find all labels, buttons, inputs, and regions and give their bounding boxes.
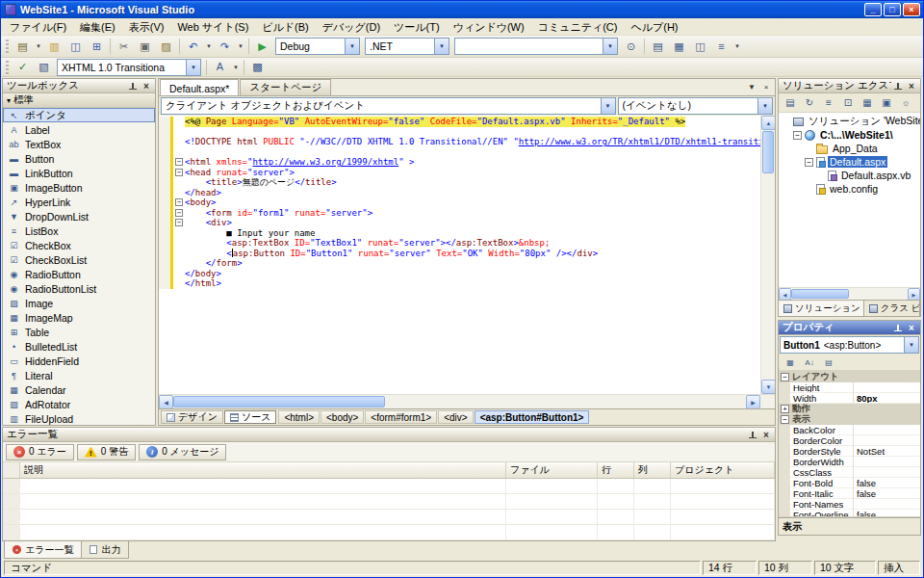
check-page-validity-icon[interactable]: ✓ bbox=[13, 58, 33, 76]
property-value[interactable] bbox=[854, 467, 920, 478]
breadcrumb-tag[interactable]: <div> bbox=[438, 410, 473, 424]
toolbox-item-bulletedlist[interactable]: •BulletedList bbox=[3, 339, 155, 354]
vertical-scroll-thumb[interactable] bbox=[762, 131, 774, 173]
menu-item-website[interactable]: Web サイト(S) bbox=[170, 19, 255, 35]
properties-object-dropdown-arrow-icon[interactable]: ▼ bbox=[904, 337, 918, 353]
error-list-pin-button[interactable] bbox=[746, 429, 759, 441]
code-line[interactable]: <title>無題のページ</title> bbox=[159, 177, 760, 188]
category-expander-icon[interactable]: − bbox=[781, 373, 789, 381]
code-line[interactable]: </form> bbox=[159, 258, 760, 269]
column-header[interactable]: プロジェクト bbox=[671, 462, 775, 478]
property-row[interactable]: Height bbox=[779, 382, 920, 393]
vertical-scrollbar[interactable]: ▲ ▼ bbox=[760, 116, 775, 394]
property-category[interactable]: +動作 bbox=[779, 404, 920, 414]
tree-item-default-aspx[interactable]: −Default.aspx bbox=[779, 155, 920, 169]
tree-item-website-root[interactable]: −C:\...\WebSite1\ bbox=[779, 128, 920, 142]
source-view-button[interactable]: ソース bbox=[224, 410, 276, 424]
collapse-region-icon[interactable]: − bbox=[175, 198, 183, 206]
toolbox-item-image[interactable]: ▨Image bbox=[3, 296, 155, 310]
aspnet-configuration-icon[interactable]: ☼ bbox=[897, 95, 914, 111]
refresh-icon[interactable]: ↻ bbox=[801, 95, 818, 111]
code-line[interactable]: −<head runat="server"> bbox=[159, 168, 760, 178]
copy-website-icon[interactable]: ▣ bbox=[878, 95, 895, 111]
toolbar-options-icon[interactable]: ▼ bbox=[732, 38, 742, 56]
toolbox-item-checkbox[interactable]: ☑CheckBox bbox=[3, 238, 155, 252]
code-area[interactable]: <%@ Page Language="VB" AutoEventWireup="… bbox=[159, 116, 760, 394]
property-value[interactable] bbox=[854, 457, 920, 467]
event-dropdown-arrow-icon[interactable]: ▼ bbox=[757, 98, 772, 114]
horizontal-scroll-thumb[interactable] bbox=[173, 396, 385, 407]
toolbox-item-radiobuttonlist[interactable]: ◉RadioButtonList bbox=[3, 281, 155, 296]
document-list-dropdown-icon[interactable]: ▼ bbox=[745, 80, 758, 93]
column-header[interactable]: 列 bbox=[634, 462, 671, 478]
code-line[interactable]: <asp:TextBox ID="TextBox1" runat="server… bbox=[159, 238, 760, 249]
code-line[interactable]: −<html xmlns="http://www.w3.org/1999/xht… bbox=[159, 157, 760, 168]
code-line[interactable]: − <form id="form1" runat="server"> bbox=[159, 208, 760, 219]
categorized-icon[interactable]: ▦ bbox=[782, 355, 799, 370]
property-row[interactable]: Font-Italicfalse bbox=[779, 488, 920, 499]
toolbox-item-linkbutton[interactable]: ▬LinkButton bbox=[3, 166, 155, 180]
copy-icon[interactable]: ▣ bbox=[135, 38, 155, 56]
solution-explorer-close-button[interactable]: × bbox=[905, 80, 918, 92]
toolbox-item-hyperlink[interactable]: ↗HyperLink bbox=[3, 195, 155, 209]
property-row[interactable]: Font-Overlinefalse bbox=[779, 510, 920, 517]
nest-related-files-icon[interactable]: ≡ bbox=[820, 95, 837, 111]
property-pages-icon[interactable]: ▤ bbox=[820, 355, 837, 370]
breadcrumb-tag[interactable]: <html> bbox=[278, 410, 320, 424]
validation-target-select[interactable]: XHTML 1.0 Transitiona▼ bbox=[57, 59, 201, 76]
code-line[interactable]: <!DOCTYPE html PUBLIC "-//W3C//DTD XHTML… bbox=[159, 137, 760, 147]
column-header[interactable]: 説明 bbox=[20, 462, 506, 478]
menu-item-help[interactable]: ヘルプ(H) bbox=[624, 19, 684, 35]
collapse-region-icon[interactable]: − bbox=[175, 219, 183, 226]
scroll-up-icon[interactable]: ▲ bbox=[761, 116, 775, 130]
toolbox-item-imagebutton[interactable]: ▣ImageButton bbox=[3, 180, 155, 195]
code-line[interactable]: −<body> bbox=[159, 197, 760, 208]
view-designer-icon[interactable]: ▦ bbox=[859, 95, 876, 111]
property-row[interactable]: Width80px bbox=[779, 393, 920, 404]
property-row[interactable]: BorderWidth bbox=[779, 457, 920, 467]
code-line[interactable]: − <div> bbox=[159, 218, 760, 228]
property-value[interactable] bbox=[854, 425, 920, 435]
debug-config-select-arrow-icon[interactable]: ▼ bbox=[345, 39, 359, 54]
property-row[interactable]: Font-Names bbox=[779, 499, 920, 510]
property-value[interactable]: NotSet bbox=[854, 446, 920, 457]
code-line[interactable]: </head> bbox=[159, 188, 760, 198]
toolbox-item-imagemap[interactable]: ▦ImageMap bbox=[3, 310, 155, 325]
toolbox-category-standard[interactable]: ▾ 標準 bbox=[3, 93, 155, 108]
scroll-left-icon[interactable]: ◀ bbox=[159, 395, 173, 409]
toolbox-item-button[interactable]: ▬Button bbox=[3, 151, 155, 166]
toolbox-item-pointer[interactable]: ↖ポインタ bbox=[3, 108, 155, 122]
toolbox-item-fileupload[interactable]: ▥FileUpload bbox=[3, 411, 155, 425]
tree-item-solution[interactable]: ソリューション 'WebSite1' (1 プロジェ bbox=[779, 115, 920, 128]
property-category[interactable]: −表示 bbox=[779, 414, 920, 425]
tree-item-web-config[interactable]: web.config bbox=[779, 182, 920, 196]
alphabetical-icon[interactable]: A↓ bbox=[801, 355, 818, 370]
tab-error-list[interactable]: ×エラー一覧 bbox=[4, 541, 82, 559]
code-line[interactable] bbox=[159, 127, 760, 138]
toolbox-close-button[interactable]: × bbox=[140, 80, 153, 92]
paste-icon[interactable]: ▨ bbox=[156, 38, 176, 56]
property-value[interactable] bbox=[854, 435, 920, 446]
collapse-region-icon[interactable]: − bbox=[175, 158, 183, 166]
property-row[interactable]: BorderColor bbox=[779, 435, 920, 446]
column-header[interactable]: ファイル bbox=[506, 462, 598, 478]
category-expander-icon[interactable]: − bbox=[781, 415, 789, 424]
property-value[interactable]: false bbox=[854, 488, 920, 499]
solution-explorer-scrollbar[interactable]: ◀ ▶ bbox=[779, 287, 920, 300]
tab-output[interactable]: 出力 bbox=[81, 541, 129, 559]
menu-item-edit[interactable]: 編集(E) bbox=[73, 19, 122, 35]
menu-item-tools[interactable]: ツール(T) bbox=[387, 19, 447, 35]
scroll-down-icon[interactable]: ▼ bbox=[761, 380, 775, 394]
vertical-scroll-track[interactable] bbox=[761, 174, 775, 380]
open-file-icon[interactable]: ▥ bbox=[44, 38, 64, 56]
solution-explorer-scroll-track[interactable] bbox=[849, 288, 908, 300]
toolbox-item-calendar[interactable]: ▦Calendar bbox=[3, 382, 155, 397]
properties-object-dropdown[interactable]: Button1 <asp:Button> ▼ bbox=[780, 336, 919, 354]
cut-icon[interactable]: ✂ bbox=[114, 38, 134, 56]
find-combo-arrow-icon[interactable]: ▼ bbox=[603, 39, 617, 54]
save-icon[interactable]: ◫ bbox=[65, 38, 86, 56]
maximize-button[interactable]: □ bbox=[884, 3, 901, 16]
event-dropdown[interactable]: (イベントなし) ▼ bbox=[618, 97, 774, 115]
toolbox-item-listbox[interactable]: ≡ListBox bbox=[3, 223, 155, 238]
save-all-icon[interactable]: ⊞ bbox=[87, 38, 107, 56]
